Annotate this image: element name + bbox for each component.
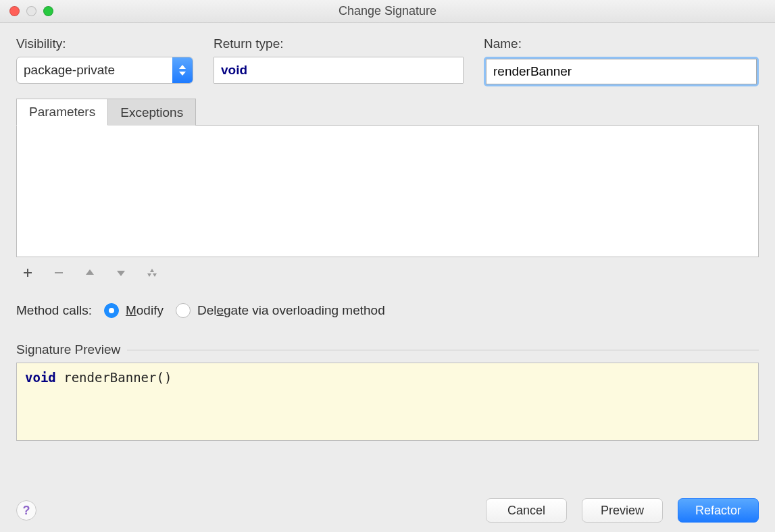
preview-button[interactable]: Preview — [582, 498, 663, 523]
window-controls — [9, 6, 53, 16]
name-input-focus-ring — [484, 57, 759, 86]
radio-delegate-label: Delegate via overloading method — [197, 303, 385, 318]
signature-preview: void renderBanner() — [16, 363, 759, 441]
move-down-icon[interactable] — [114, 265, 128, 280]
name-label: Name: — [484, 36, 759, 51]
radio-delegate-icon — [176, 303, 191, 318]
radio-modify[interactable]: Modify — [104, 303, 164, 318]
minimize-window-icon[interactable] — [26, 6, 36, 16]
parameters-toolbar — [16, 257, 759, 280]
refactor-button[interactable]: Refactor — [678, 498, 759, 523]
footer: ? Cancel Preview Refactor — [0, 489, 775, 532]
return-type-label: Return type: — [214, 36, 464, 51]
remove-icon[interactable] — [51, 265, 66, 280]
zoom-window-icon[interactable] — [43, 6, 53, 16]
visibility-select[interactable]: package-private — [16, 57, 193, 84]
propagate-icon[interactable] — [145, 265, 159, 280]
tab-exceptions[interactable]: Exceptions — [108, 99, 196, 126]
cancel-button[interactable]: Cancel — [486, 498, 567, 523]
radio-modify-label: Modify — [126, 303, 164, 318]
tab-parameters[interactable]: Parameters — [16, 99, 108, 126]
titlebar: Change Signature — [0, 0, 775, 23]
signature-preview-title: Signature Preview — [16, 342, 120, 357]
help-button[interactable]: ? — [16, 500, 36, 521]
add-icon[interactable] — [20, 265, 35, 280]
preview-rest: renderBanner() — [56, 370, 172, 385]
visibility-dropdown-icon[interactable] — [172, 57, 193, 83]
visibility-value: package-private — [24, 63, 115, 78]
move-up-icon[interactable] — [82, 265, 97, 280]
window-title: Change Signature — [0, 4, 775, 18]
radio-modify-icon — [104, 303, 119, 318]
return-type-input[interactable] — [214, 57, 464, 84]
tabstrip: Parameters Exceptions — [16, 99, 759, 126]
visibility-label: Visibility: — [16, 36, 193, 51]
svg-rect-0 — [55, 272, 63, 273]
method-calls-label: Method calls: — [16, 303, 92, 318]
close-window-icon[interactable] — [9, 6, 20, 16]
radio-delegate[interactable]: Delegate via overloading method — [176, 303, 385, 318]
preview-keyword: void — [25, 370, 56, 385]
name-input[interactable] — [486, 59, 757, 84]
divider — [127, 350, 759, 350]
parameters-panel[interactable] — [16, 125, 759, 257]
